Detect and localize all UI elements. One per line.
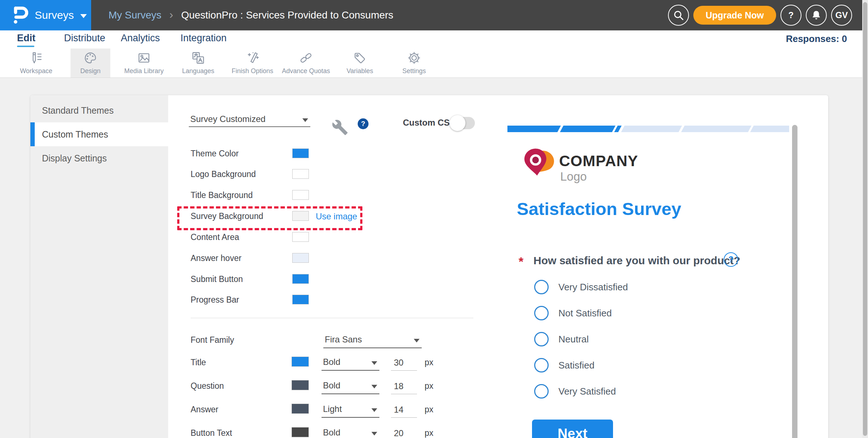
- option-label[interactable]: Very Dissatisfied: [558, 282, 628, 293]
- app-scrollbar-thumb[interactable]: [863, 2, 867, 436]
- survey-background-swatch[interactable]: [292, 211, 309, 221]
- chevron-down-icon: [371, 432, 377, 435]
- themes-sidebar: Standard Themes Custom Themes Display Se…: [30, 95, 168, 438]
- sidebar-item-display-settings[interactable]: Display Settings: [30, 146, 168, 170]
- tab-integration[interactable]: Integration: [180, 33, 227, 44]
- toolbar-item-variables[interactable]: Variables: [333, 49, 387, 77]
- color-row-logo-background: Logo Background: [191, 168, 408, 181]
- color-row-content-area: Content Area: [191, 231, 408, 244]
- toolbar-item-finish-options[interactable]: Finish Options: [226, 49, 279, 77]
- tab-edit[interactable]: Edit: [17, 33, 35, 44]
- radio-very-dissatisfied[interactable]: [534, 280, 549, 294]
- breadcrumb: My Surveys › QuestionPro : Services Prov…: [109, 0, 393, 30]
- theme-color-swatch[interactable]: [292, 148, 309, 158]
- company-logo-icon: [522, 144, 556, 188]
- upgrade-now-button[interactable]: Upgrade Now: [693, 6, 776, 25]
- toolbar-item-advance-quotas[interactable]: Advance Quotas: [279, 49, 333, 77]
- breadcrumb-separator-icon: ›: [169, 8, 173, 21]
- section-divider: [191, 318, 473, 318]
- color-row-theme-color: Theme Color: [191, 148, 408, 161]
- toolbar-item-workspace[interactable]: Workspace: [9, 49, 63, 77]
- tab-analytics[interactable]: Analytics: [121, 33, 160, 44]
- answer-font-color-swatch[interactable]: [292, 404, 309, 414]
- color-row-answer-hover: Answer hover: [191, 252, 408, 265]
- radio-very-satisfied[interactable]: [534, 384, 549, 399]
- color-row-survey-background: Survey Background Use image: [191, 210, 408, 223]
- preview-scrollbar[interactable]: [792, 125, 797, 438]
- tab-distribute[interactable]: Distribute: [64, 33, 105, 44]
- button-text-font-color-swatch[interactable]: [292, 427, 309, 437]
- answer-size-input[interactable]: 14: [391, 401, 417, 418]
- topbar-actions: Upgrade Now ? GV: [668, 0, 852, 30]
- option-label[interactable]: Not Satisfied: [558, 308, 612, 319]
- help-button[interactable]: ?: [780, 5, 801, 26]
- customize-theme-button[interactable]: [332, 119, 348, 137]
- breadcrumb-current: QuestionPro : Services Provided to Consu…: [181, 9, 393, 21]
- advance-quotas-icon: [299, 51, 313, 65]
- submit-button-swatch[interactable]: [292, 274, 309, 284]
- survey-title: Satisfaction Survey: [517, 199, 681, 219]
- font-row-title: Title Bold 30 px: [191, 353, 451, 372]
- toolbar-item-settings[interactable]: Settings: [387, 49, 441, 77]
- design-card: Standard Themes Custom Themes Display Se…: [30, 95, 828, 438]
- question-text: How satisfied are you with our product?: [533, 254, 740, 267]
- button-text-weight-select[interactable]: Bold: [322, 425, 379, 438]
- title-background-swatch[interactable]: [292, 190, 309, 200]
- search-icon: [673, 9, 684, 21]
- color-row-progress-bar: Progress Bar: [191, 294, 408, 307]
- chevron-down-icon: [414, 339, 420, 342]
- option-label[interactable]: Satisfied: [558, 360, 595, 371]
- page-background: Standard Themes Custom Themes Display Se…: [0, 78, 868, 438]
- option-label[interactable]: Neutral: [558, 334, 589, 345]
- question-size-input[interactable]: 18: [391, 378, 417, 394]
- content-area-swatch[interactable]: [292, 232, 309, 242]
- font-row-question: Question Bold 18 px: [191, 377, 451, 396]
- toolbar-item-languages[interactable]: Languages: [171, 49, 225, 77]
- use-image-link[interactable]: Use image: [316, 211, 357, 222]
- radio-not-satisfied[interactable]: [534, 306, 549, 320]
- notifications-button[interactable]: [806, 5, 827, 26]
- option-label[interactable]: Very Satisfied: [558, 386, 616, 397]
- next-button[interactable]: Next: [532, 420, 613, 438]
- questionpro-logo-icon: [12, 5, 28, 25]
- nav-tab-bar: Edit Distribute Analytics Integration Re…: [0, 30, 868, 49]
- survey-progress-bar: [507, 126, 789, 132]
- answer-weight-select[interactable]: Light: [322, 401, 379, 418]
- breadcrumb-parent[interactable]: My Surveys: [109, 9, 161, 21]
- radio-satisfied[interactable]: [534, 358, 549, 372]
- theme-select-value: Survey Customized: [190, 114, 265, 124]
- active-tab-underline: [17, 46, 34, 47]
- answer-hover-swatch[interactable]: [292, 253, 309, 263]
- font-family-row: Font Family Fira Sans: [191, 331, 451, 350]
- theme-help-icon[interactable]: ?: [358, 118, 369, 129]
- search-button[interactable]: [668, 5, 689, 26]
- languages-icon: [191, 51, 205, 65]
- title-size-input[interactable]: 30: [391, 354, 417, 371]
- question-weight-select[interactable]: Bold: [322, 378, 379, 394]
- toolbar-item-design[interactable]: Design: [71, 49, 110, 77]
- responses-count: Responses: 0: [786, 33, 847, 45]
- color-row-submit-button: Submit Button: [191, 273, 408, 286]
- company-logo-sub: Logo: [560, 170, 587, 184]
- color-row-title-background: Title Background: [191, 189, 408, 202]
- media-library-icon: [137, 51, 151, 65]
- sidebar-item-standard-themes[interactable]: Standard Themes: [30, 98, 168, 122]
- required-asterisk: *: [519, 254, 523, 269]
- unit-label: px: [425, 405, 433, 414]
- sidebar-item-custom-themes[interactable]: Custom Themes: [30, 122, 168, 146]
- logo-background-swatch[interactable]: [292, 169, 309, 179]
- workspace-icon: [29, 51, 43, 65]
- custom-css-toggle[interactable]: [452, 117, 475, 129]
- toolbar-item-media-library[interactable]: Media Library: [117, 49, 171, 77]
- title-weight-select[interactable]: Bold: [322, 354, 379, 371]
- question-font-color-swatch[interactable]: [292, 380, 309, 390]
- theme-select[interactable]: Survey Customized: [189, 111, 310, 127]
- title-font-color-swatch[interactable]: [292, 357, 309, 367]
- progress-bar-swatch[interactable]: [292, 295, 309, 304]
- question-help-icon[interactable]: ?: [724, 252, 738, 267]
- font-family-select[interactable]: Fira Sans: [323, 332, 422, 348]
- app-menu[interactable]: Surveys: [0, 0, 91, 30]
- radio-neutral[interactable]: [534, 332, 549, 346]
- avatar[interactable]: GV: [831, 5, 852, 26]
- button-text-size-input[interactable]: 20: [391, 425, 417, 438]
